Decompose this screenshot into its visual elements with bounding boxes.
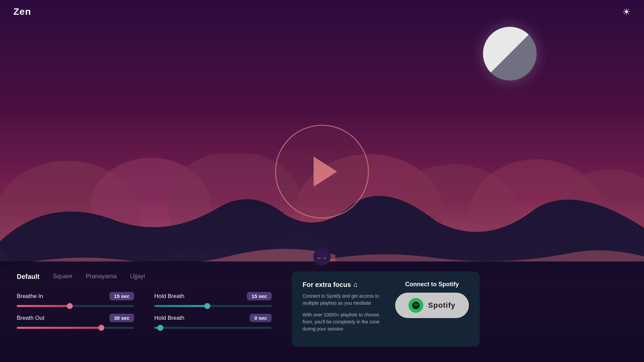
- slider-breath-out-fill: [17, 327, 101, 329]
- slider-hold-breath-1-fill: [154, 305, 207, 307]
- slider-hold-breath-1-thumb[interactable]: [204, 303, 210, 309]
- slider-hold-breath-1-label: Hold Breath: [154, 293, 184, 300]
- breathing-tabs: Default Square Pranayama Ujjayi: [17, 268, 272, 282]
- spotify-button-label: Spotify: [428, 301, 455, 310]
- slider-breath-out: Breath Out 30 sec: [17, 314, 134, 329]
- spotify-title: For extra focus ♫: [303, 281, 385, 289]
- play-container: [275, 125, 369, 219]
- moon: [483, 27, 537, 80]
- slider-hold-breath-1-header: Hold Breath 15 sec: [154, 292, 272, 300]
- tab-square[interactable]: Square: [53, 272, 72, 282]
- slider-hold-breath-1: Hold Breath 15 sec: [154, 292, 272, 307]
- theme-toggle-icon[interactable]: ☀: [622, 6, 631, 17]
- bottom-panel: ⌄⌄ Default Square Pranayama Ujjayi Breat…: [0, 261, 644, 362]
- tab-pranayama[interactable]: Pranayama: [86, 272, 117, 282]
- slider-breath-out-header: Breath Out 30 sec: [17, 314, 134, 322]
- slider-breathe-in-track[interactable]: [17, 305, 134, 307]
- slider-breathe-in-thumb[interactable]: [67, 303, 73, 309]
- slider-breathe-in-label: Breathe In: [17, 293, 43, 300]
- spotify-logo-icon: [409, 298, 423, 313]
- collapse-button[interactable]: ⌄⌄: [313, 248, 331, 265]
- header: Zen ☀: [0, 0, 644, 23]
- chevron-down-icon: ⌄⌄: [316, 253, 328, 261]
- spotify-text: For extra focus ♫ Connect to Spotify and…: [303, 281, 385, 337]
- slider-breathe-in: Breathe In 15 sec: [17, 292, 134, 307]
- spotify-connect-button[interactable]: Spotify: [395, 293, 469, 318]
- sliders-grid: Breathe In 15 sec Hold Breath 15 sec: [17, 292, 272, 329]
- spotify-connect-area: Connect to Spotify Spotify: [395, 281, 469, 318]
- tab-ujjayi[interactable]: Ujjayi: [130, 272, 145, 282]
- slider-hold-breath-2-thumb[interactable]: [157, 325, 163, 331]
- connect-label: Connect to Spotify: [405, 281, 459, 288]
- spotify-section: For extra focus ♫ Connect to Spotify and…: [292, 272, 480, 347]
- slider-hold-breath-2: Hold Breath 0 sec: [154, 314, 272, 329]
- controls-section: Default Square Pranayama Ujjayi Breathe …: [17, 268, 272, 329]
- app-title: Zen: [13, 6, 31, 17]
- play-button[interactable]: [275, 125, 369, 219]
- slider-breath-out-thumb[interactable]: [98, 325, 104, 331]
- spotify-desc-1: Connect to Spotify and get access to mul…: [303, 293, 385, 307]
- slider-breath-out-track[interactable]: [17, 327, 134, 329]
- slider-breath-out-label: Breath Out: [17, 315, 44, 321]
- slider-breath-out-value: 30 sec: [109, 314, 134, 322]
- slider-hold-breath-2-label: Hold Breath: [154, 315, 184, 321]
- slider-hold-breath-1-track[interactable]: [154, 305, 272, 307]
- spotify-desc-2: With over 10000+ playlists to choose fro…: [303, 311, 385, 333]
- slider-hold-breath-2-track[interactable]: [154, 327, 272, 329]
- slider-breathe-in-header: Breathe In 15 sec: [17, 292, 134, 300]
- slider-hold-breath-2-value: 0 sec: [250, 314, 272, 322]
- slider-hold-breath-1-value: 15 sec: [247, 292, 272, 300]
- tab-default[interactable]: Default: [17, 272, 40, 282]
- slider-breathe-in-fill: [17, 305, 70, 307]
- play-icon: [314, 157, 337, 187]
- slider-hold-breath-2-header: Hold Breath 0 sec: [154, 314, 272, 322]
- slider-breathe-in-value: 15 sec: [109, 292, 134, 300]
